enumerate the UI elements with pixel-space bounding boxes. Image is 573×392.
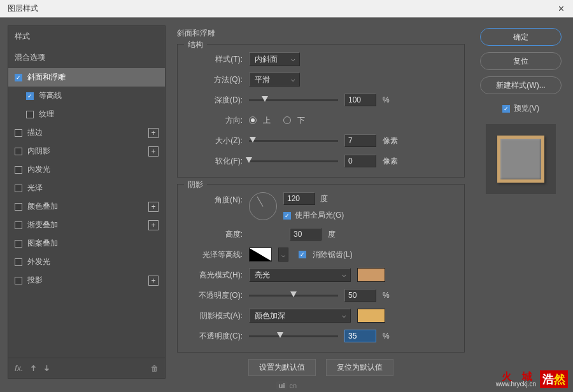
style-checkbox[interactable] — [15, 258, 22, 266]
style-label: 内阴影 — [27, 146, 143, 157]
add-effect-icon[interactable]: + — [148, 220, 159, 230]
style-item-5[interactable]: 内发光 — [8, 160, 165, 179]
altitude-unit: 度 — [328, 229, 336, 240]
style-item-7[interactable]: 颜色叠加+ — [8, 197, 165, 216]
shadow-opacity-slider[interactable] — [249, 335, 338, 337]
gloss-contour-label: 光泽等高线: — [187, 249, 243, 260]
angle-input[interactable] — [283, 192, 315, 205]
style-label: 描边 — [27, 127, 143, 138]
blend-options[interactable]: 混合选项 — [8, 47, 165, 68]
style-label: 颜色叠加 — [27, 201, 143, 212]
direction-down-radio[interactable] — [283, 116, 291, 124]
shading-group: 阴影 角度(N): 度 ✓ 使用全局光(G) — [177, 184, 465, 353]
new-style-button[interactable]: 新建样式(W)... — [480, 76, 562, 94]
angle-control[interactable] — [249, 192, 277, 220]
style-label: 图案叠加 — [27, 238, 159, 249]
add-effect-icon[interactable]: + — [148, 276, 159, 286]
direction-label: 方向: — [187, 115, 243, 126]
highlight-opacity-unit: % — [383, 291, 390, 300]
style-item-2[interactable]: 纹理 — [8, 105, 165, 123]
soften-slider[interactable] — [249, 160, 338, 162]
watermark: 火 城 www.hryckj.cn 浩然 — [496, 370, 568, 388]
highlight-mode-dropdown[interactable]: 亮光 — [249, 268, 351, 282]
size-input[interactable] — [344, 134, 376, 147]
style-checkbox[interactable] — [15, 203, 22, 211]
global-light-checkbox[interactable]: ✓ — [283, 212, 291, 220]
style-item-8[interactable]: 渐变叠加+ — [8, 216, 165, 234]
style-item-11[interactable]: 投影+ — [8, 271, 165, 290]
highlight-opacity-input[interactable] — [344, 289, 376, 302]
make-default-button[interactable]: 设置为默认值 — [248, 359, 316, 376]
style-label: 外发光 — [27, 256, 159, 267]
style-checkbox[interactable] — [15, 148, 22, 155]
styles-header: 样式 — [8, 26, 165, 47]
style-label: 斜面和浮雕 — [27, 72, 159, 83]
direction-up-label: 上 — [263, 115, 271, 126]
highlight-opacity-slider[interactable] — [249, 295, 338, 297]
style-item-10[interactable]: 外发光 — [8, 253, 165, 271]
style-label: 渐变叠加 — [27, 220, 143, 230]
contour-swatch[interactable] — [249, 248, 272, 262]
style-checkbox[interactable] — [15, 221, 22, 229]
preview-checkbox[interactable]: ✓ — [502, 105, 510, 113]
depth-slider[interactable] — [249, 99, 338, 101]
style-label: 内发光 — [27, 164, 159, 175]
direction-up-radio[interactable] — [249, 116, 257, 124]
move-up-icon[interactable]: 🠅 — [30, 365, 37, 372]
style-checkbox[interactable] — [15, 185, 22, 192]
technique-dropdown[interactable]: 平滑 — [249, 73, 300, 87]
angle-unit: 度 — [320, 193, 328, 204]
add-effect-icon[interactable]: + — [148, 128, 159, 138]
style-checkbox[interactable] — [26, 111, 34, 118]
style-label: 等高线 — [39, 90, 159, 101]
style-item-6[interactable]: 光泽 — [8, 179, 165, 197]
depth-input[interactable] — [344, 94, 376, 106]
soften-input[interactable] — [344, 155, 376, 167]
contour-dropdown[interactable]: ⌵ — [278, 248, 288, 262]
ok-button[interactable]: 确定 — [480, 28, 562, 46]
style-item-0[interactable]: ✓斜面和浮雕 — [8, 68, 165, 87]
preview-box — [486, 124, 556, 194]
close-icon[interactable]: × — [555, 3, 568, 15]
reset-default-button[interactable]: 复位为默认值 — [326, 359, 393, 376]
altitude-input[interactable] — [290, 228, 322, 241]
style-label: 纹理 — [39, 109, 159, 120]
size-slider[interactable] — [249, 140, 338, 142]
dialog-body: 样式 混合选项 ✓斜面和浮雕✓等高线纹理描边+内阴影+内发光光泽颜色叠加+渐变叠… — [0, 18, 573, 392]
style-checkbox[interactable]: ✓ — [15, 74, 22, 81]
shadow-mode-dropdown[interactable]: 颜色加深 — [249, 309, 351, 323]
shadow-color-swatch[interactable] — [357, 309, 385, 323]
style-label: 样式(T): — [187, 54, 243, 65]
style-checkbox[interactable]: ✓ — [26, 92, 34, 100]
style-checkbox[interactable] — [15, 240, 22, 248]
style-checkbox[interactable] — [15, 129, 22, 137]
sidebar-footer: fx. 🠅 🠇 🗑 — [8, 358, 165, 378]
trash-icon[interactable]: 🗑 — [151, 364, 159, 373]
styles-sidebar: 样式 混合选项 ✓斜面和浮雕✓等高线纹理描边+内阴影+内发光光泽颜色叠加+渐变叠… — [8, 25, 166, 379]
shadow-opacity-unit: % — [383, 332, 390, 340]
antialias-label: 消除锯齿(L) — [313, 249, 353, 260]
antialias-checkbox[interactable]: ✓ — [299, 251, 306, 258]
style-label: 光泽 — [27, 183, 159, 193]
shadow-opacity-input[interactable] — [344, 330, 376, 342]
move-down-icon[interactable]: 🠇 — [43, 365, 50, 372]
style-item-3[interactable]: 描边+ — [8, 123, 165, 142]
style-checkbox[interactable] — [15, 277, 22, 284]
style-item-4[interactable]: 内阴影+ — [8, 142, 165, 160]
depth-label: 深度(D): — [187, 95, 243, 106]
highlight-color-swatch[interactable] — [357, 268, 385, 282]
settings-panel: 斜面和浮雕 结构 样式(T): 内斜面 方法(Q): 平滑 深度(D): % — [173, 25, 469, 379]
fx-icon[interactable]: fx. — [15, 363, 24, 373]
preview-swatch — [497, 136, 544, 183]
cancel-button[interactable]: 复位 — [480, 52, 562, 70]
style-dropdown[interactable]: 内斜面 — [249, 52, 300, 66]
style-checkbox[interactable] — [15, 166, 22, 174]
style-item-1[interactable]: ✓等高线 — [8, 87, 165, 105]
global-light-label: 使用全局光(G) — [295, 210, 344, 221]
add-effect-icon[interactable]: + — [148, 202, 159, 212]
section-title: 斜面和浮雕 — [177, 25, 465, 44]
add-effect-icon[interactable]: + — [148, 146, 159, 157]
style-item-9[interactable]: 图案叠加 — [8, 234, 165, 253]
action-panel: 确定 复位 新建样式(W)... ✓ 预览(V) — [476, 25, 565, 379]
shadow-mode-label: 阴影模式(A): — [187, 311, 243, 321]
